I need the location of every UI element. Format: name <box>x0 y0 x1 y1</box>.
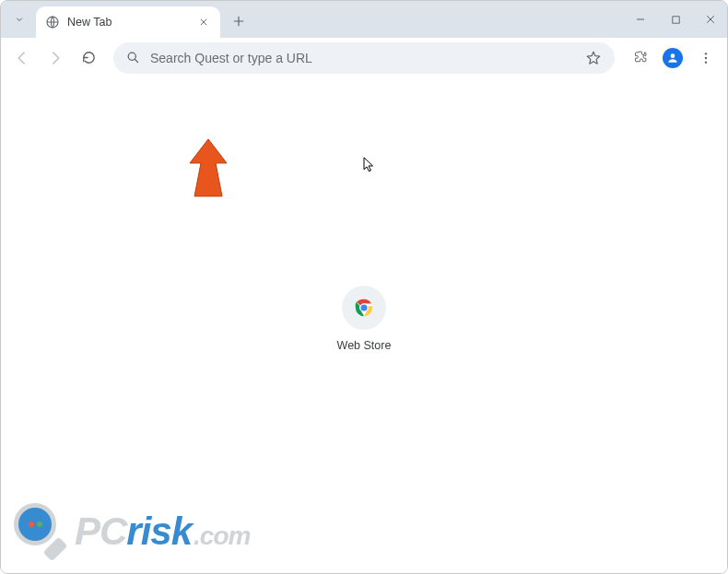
back-button[interactable] <box>8 44 36 72</box>
avatar-icon <box>663 48 683 68</box>
magnifier-icon <box>14 503 71 560</box>
tab-strip: New Tab <box>1 1 727 38</box>
chrome-icon <box>354 298 374 318</box>
new-tab-button[interactable] <box>226 8 252 34</box>
tab-new-tab[interactable]: New Tab <box>36 6 220 38</box>
watermark: PCrisk.com <box>14 503 250 560</box>
mouse-cursor-icon <box>363 157 376 173</box>
star-icon <box>585 50 602 66</box>
minimize-button[interactable] <box>631 10 650 29</box>
globe-icon <box>45 15 60 29</box>
toolbar <box>1 38 727 78</box>
svg-rect-1 <box>672 16 678 22</box>
omnibox[interactable] <box>113 42 615 74</box>
maximize-button[interactable] <box>666 10 685 29</box>
close-icon <box>199 18 208 27</box>
browser-window: New Tab <box>0 0 728 574</box>
tab-close-button[interactable] <box>196 15 211 29</box>
tab-title: New Tab <box>67 16 189 29</box>
search-icon <box>126 51 141 65</box>
watermark-text: PCrisk.com <box>75 510 250 554</box>
svg-point-5 <box>705 56 707 58</box>
puzzle-icon <box>632 50 648 65</box>
forward-button[interactable] <box>41 44 69 72</box>
reload-icon <box>81 50 97 65</box>
annotation-arrow-icon <box>185 137 231 202</box>
menu-button[interactable] <box>692 44 720 72</box>
svg-point-6 <box>705 61 707 63</box>
address-input[interactable] <box>150 51 576 65</box>
arrow-right-icon <box>47 50 64 66</box>
plus-icon <box>232 15 245 28</box>
arrow-left-icon <box>14 50 30 66</box>
bookmark-button[interactable] <box>585 50 602 66</box>
reload-button[interactable] <box>75 44 102 72</box>
window-close-button[interactable] <box>701 10 720 29</box>
close-icon <box>705 14 716 25</box>
kebab-icon <box>699 51 713 65</box>
chevron-down-icon <box>14 14 25 25</box>
tabs-dropdown-button[interactable] <box>6 6 32 32</box>
shortcut-web-store[interactable]: Web Store <box>313 286 415 352</box>
maximize-icon <box>671 15 681 25</box>
shortcut-label: Web Store <box>337 339 392 352</box>
minimize-icon <box>635 14 646 25</box>
extensions-button[interactable] <box>626 44 653 72</box>
window-controls <box>631 1 720 38</box>
content-area: Web Store PCrisk.com <box>1 78 727 573</box>
profile-button[interactable] <box>659 44 687 72</box>
svg-point-3 <box>671 53 675 58</box>
shortcut-icon-circle <box>342 286 386 330</box>
svg-point-4 <box>705 53 707 54</box>
